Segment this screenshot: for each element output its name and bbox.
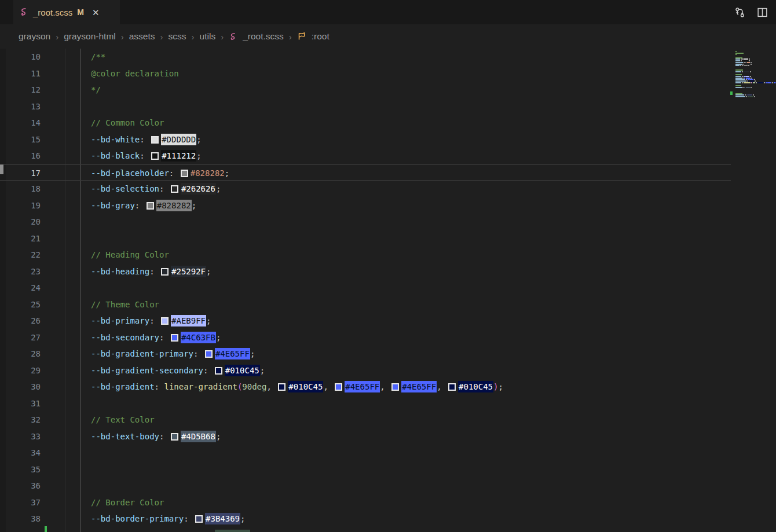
code-line[interactable]: 27--bd-secondary: #4C63FB; [0,329,731,346]
code-line[interactable]: 17--bd-placeholder: #828282; [0,164,731,181]
hex-value-highlighted [215,530,250,532]
code-text: --bd-black: #111212; [46,148,202,164]
line-number[interactable]: 27 [0,329,46,346]
line-number[interactable]: 36 [0,478,46,494]
code-line[interactable]: 30--bd-gradient: linear-gradient(90deg, … [0,379,731,395]
line-number[interactable]: 28 [0,346,46,362]
code-line[interactable]: 31 [0,395,731,412]
line-number[interactable]: 35 [0,461,46,478]
code-line[interactable]: 34 [0,445,731,461]
line-number[interactable]: 18 [0,181,46,197]
tab-close-icon[interactable]: ✕ [92,8,100,17]
minimap-token [742,65,743,66]
token-punct: ; [216,432,221,441]
minimap-token [735,54,737,55]
token-prop: --bd-primary [91,316,149,325]
code-line[interactable]: 24 [0,280,731,296]
line-number[interactable]: 10 [0,49,46,65]
hex-value-highlighted: #AEB9FF [171,315,206,326]
minimap-token [744,76,745,77]
code-line[interactable]: 29--bd-gradient-secondary: #010C45; [0,362,731,379]
line-number[interactable]: 24 [0,280,46,296]
code-line[interactable]: 13 [0,98,731,115]
line-number[interactable]: 30 [0,379,46,395]
code-line[interactable]: 18--bd-selection: #262626; [0,181,731,197]
breadcrumb-symbol-root[interactable]: :root [312,31,330,42]
line-number[interactable]: 29 [0,362,46,379]
code-line[interactable]: 12*/ [0,82,731,98]
open-changes-icon[interactable] [734,7,745,18]
token-num: 90deg [242,382,266,391]
line-number[interactable]: 17 [0,165,46,181]
line-number[interactable]: 21 [0,230,46,247]
line-number[interactable]: 16 [0,148,46,164]
code-line[interactable]: 22// Heading Color [0,247,731,263]
code-line[interactable]: 21 [0,230,731,247]
token-prop: --bd-white [91,135,140,144]
line-number[interactable]: 26 [0,313,46,329]
token-comment: @color declaration [91,69,179,78]
line-number[interactable]: 31 [0,395,46,412]
code-line[interactable]: 39--bd-border-secondary: ; [0,527,731,532]
minimap-token [744,82,751,83]
color-swatch [205,350,213,358]
line-number[interactable]: 22 [0,247,46,263]
minimap-token [735,58,740,60]
line-number[interactable]: 20 [0,214,46,230]
line-number[interactable]: 38 [0,511,46,527]
hex-value-highlighted: #828282 [156,200,192,211]
code-line[interactable]: 33--bd-text-body: #4D5B68; [0,428,731,445]
hex-value-highlighted: #010C45 [225,365,260,376]
token-punct: ; [216,333,221,342]
code-line[interactable]: 20 [0,214,731,230]
code-line[interactable]: 25// Theme Color [0,296,731,313]
line-number[interactable]: 37 [0,494,46,511]
code-line[interactable]: 26--bd-primary: #AEB9FF; [0,313,731,329]
code-line[interactable]: 11@color declaration [0,65,731,82]
breadcrumb-item-assets[interactable]: assets [129,31,155,42]
code-text: // Common Color [46,115,164,131]
split-editor-icon[interactable] [757,7,768,18]
code-line[interactable]: 38--bd-border-primary: #3B4369; [0,511,731,527]
tab-root-scss[interactable]: _root.scss M ✕ [13,0,120,24]
minimap-token [735,78,742,79]
token-func: linear-gradient [164,382,237,391]
line-number[interactable]: 34 [0,445,46,461]
code-editor[interactable]: 10/**11@color declaration12*/1314// Comm… [0,49,776,532]
breadcrumb-item-scss[interactable]: scss [169,31,186,42]
line-number[interactable]: 15 [0,131,46,148]
line-number[interactable]: 39 [0,527,46,532]
line-number[interactable]: 33 [0,428,46,445]
code-line[interactable]: 14// Common Color [0,115,731,131]
token-punct: , [437,382,441,391]
token-punct: , [266,382,271,391]
code-line[interactable]: 23--bd-heading: #25292F; [0,263,731,280]
code-line[interactable]: 37// Border Color [0,494,731,511]
breadcrumb-item-grayson[interactable]: grayson [19,31,50,42]
hex-value-highlighted: #4D5B68 [181,431,216,442]
line-number[interactable]: 23 [0,263,46,280]
code-text: // Text Color [46,412,155,428]
whitespace [174,168,178,178]
line-number[interactable]: 12 [0,82,46,98]
minimap-token [735,69,743,71]
line-number[interactable]: 11 [0,65,46,82]
code-line[interactable]: 19--bd-gray: #828282; [0,197,731,214]
line-number[interactable]: 13 [0,98,46,115]
line-number[interactable]: 14 [0,115,46,131]
line-number[interactable]: 32 [0,412,46,428]
breadcrumb-file[interactable]: _root.scss [243,31,284,42]
code-line[interactable]: 28--bd-gradient-primary: #4E65FF; [0,346,731,362]
code-line[interactable]: 16--bd-black: #111212; [0,148,731,164]
code-line[interactable]: 15--bd-white: #DDDDDD; [0,131,731,148]
code-line[interactable]: 32// Text Color [0,412,731,428]
code-line[interactable]: 36 [0,478,731,494]
code-line[interactable]: 35 [0,461,731,478]
minimap[interactable] [731,49,776,532]
breadcrumb-item-utils[interactable]: utils [200,31,216,42]
line-number[interactable]: 19 [0,197,46,214]
gutter-modified-marker [45,526,47,532]
breadcrumb-item-grayson-html[interactable]: grayson-html [64,31,116,42]
code-line[interactable]: 10/** [0,49,731,65]
line-number[interactable]: 25 [0,296,46,313]
